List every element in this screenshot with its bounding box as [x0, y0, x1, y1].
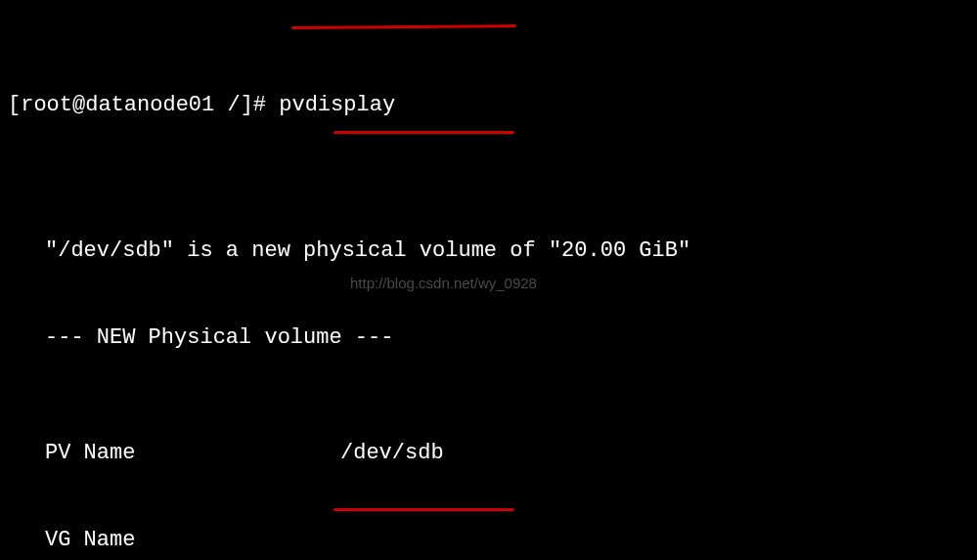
pv-header-line: --- NEW Physical volume --- — [8, 323, 969, 353]
prompt-user: root — [21, 93, 72, 117]
command-text: pvdisplay — [279, 93, 395, 117]
watermark-text: http://blog.csdn.net/wy_0928 — [350, 274, 537, 293]
prompt-path: / — [227, 93, 240, 117]
pv-intro-line: "/dev/sdb" is a new physical volume of "… — [8, 237, 969, 266]
pv-field-value — [340, 526, 969, 555]
pv-field-value: /dev/sdb — [340, 439, 969, 468]
pv-field-label: VG Name — [8, 526, 340, 555]
annotation-underline-sdb — [333, 131, 514, 134]
prompt-line[interactable]: [root@datanode01 /]# pvdisplay — [8, 91, 969, 120]
pv-field-row: PV Name/dev/sdb — [8, 439, 969, 468]
annotation-underline-sdc — [333, 508, 514, 511]
pv-field-row: VG Name — [8, 526, 969, 555]
prompt-host: datanode01 — [85, 93, 214, 117]
pv-field-label: PV Name — [8, 439, 340, 468]
prompt-symbol: # — [253, 93, 266, 117]
